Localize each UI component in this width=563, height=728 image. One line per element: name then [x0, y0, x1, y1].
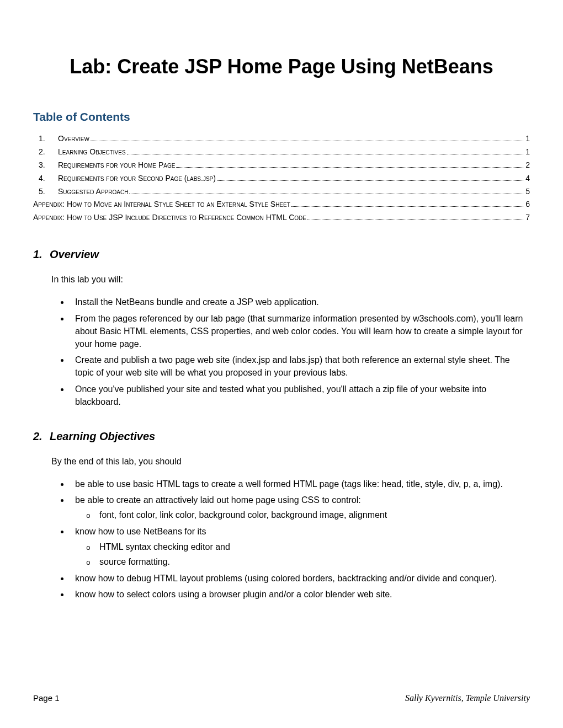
- toc-entry-page: 7: [524, 212, 530, 223]
- sub-list: HTML syntax checking editor andsource fo…: [75, 540, 530, 569]
- sub-list-item: HTML syntax checking editor and: [75, 540, 530, 554]
- toc-leader-dots: [217, 180, 523, 181]
- toc-leader-dots: [127, 154, 524, 154]
- toc-leader-dots: [129, 194, 523, 194]
- page-footer: Page 1 Sally Kyvernitis, Temple Universi…: [33, 693, 530, 703]
- list-item: Create and publish a two page web site (…: [70, 354, 530, 379]
- list-item: know how to use NetBeans for itsHTML syn…: [70, 525, 530, 569]
- toc-entry-label: Requirements for your Home Page: [58, 160, 175, 170]
- section-heading: 1.Overview: [33, 248, 530, 261]
- toc-leader-dots: [291, 206, 523, 207]
- table-of-contents: 1.Overview12.Learning Objectives13.Requi…: [33, 133, 530, 223]
- list-item: Install the NetBeans bundle and create a…: [70, 296, 530, 308]
- list-item: know how to select colors using a browse…: [70, 588, 530, 601]
- list-item: know how to debug HTML layout problems (…: [70, 572, 530, 585]
- toc-entry-page: 6: [524, 199, 530, 210]
- toc-entry-page: 4: [524, 173, 530, 184]
- bullet-list: be able to use basic HTML tags to create…: [70, 478, 530, 601]
- sub-list-item: font, font color, link color, background…: [75, 508, 530, 522]
- toc-entry-label: Appendix: How to Move an Internal Style …: [33, 199, 290, 210]
- toc-entry-label: Learning Objectives: [58, 147, 126, 157]
- sub-list: font, font color, link color, background…: [75, 508, 530, 522]
- toc-entry[interactable]: Appendix: How to Move an Internal Style …: [33, 199, 530, 210]
- toc-leader-dots: [176, 167, 523, 168]
- toc-entry[interactable]: 1.Overview1: [33, 133, 530, 144]
- toc-entry[interactable]: 5.Suggested Approach5: [33, 186, 530, 197]
- list-item: be able to create an attractively laid o…: [70, 494, 530, 522]
- toc-entry-label: Overview: [58, 133, 89, 144]
- document-title: Lab: Create JSP Home Page Using NetBeans: [33, 55, 530, 78]
- section-heading: 2.Learning Objectives: [33, 430, 530, 443]
- toc-entry[interactable]: 2.Learning Objectives1: [33, 147, 530, 157]
- toc-entry-page: 1: [524, 133, 530, 144]
- toc-entry[interactable]: 4.Requirements for your Second Page (lab…: [33, 173, 530, 184]
- toc-entry[interactable]: 3.Requirements for your Home Page2: [33, 160, 530, 170]
- section-intro: By the end of this lab, you should: [51, 455, 530, 468]
- toc-entry-number: 4.: [33, 173, 58, 184]
- footer-author: Sally Kyvernitis, Temple University: [405, 693, 530, 703]
- list-item: be able to use basic HTML tags to create…: [70, 478, 530, 490]
- toc-heading: Table of Contents: [33, 110, 530, 124]
- list-item: From the pages referenced by our lab pag…: [70, 312, 530, 351]
- toc-entry[interactable]: Appendix: How to Use JSP Include Directi…: [33, 212, 530, 223]
- toc-entry-label: Appendix: How to Use JSP Include Directi…: [33, 212, 306, 223]
- bullet-list: Install the NetBeans bundle and create a…: [70, 296, 530, 408]
- list-item: Once you've published your site and test…: [70, 383, 530, 408]
- toc-entry-number: 2.: [33, 147, 58, 157]
- toc-leader-dots: [307, 220, 523, 220]
- toc-entry-label: Requirements for your Second Page (labs.…: [58, 173, 216, 184]
- toc-entry-label: Suggested Approach: [58, 186, 128, 197]
- toc-entry-number: 3.: [33, 160, 58, 170]
- sub-list-item: source formatting.: [75, 555, 530, 569]
- toc-entry-page: 1: [524, 147, 530, 157]
- toc-entry-page: 5: [524, 186, 530, 197]
- toc-entry-number: 1.: [33, 133, 58, 144]
- toc-entry-number: 5.: [33, 186, 58, 197]
- toc-entry-page: 2: [524, 160, 530, 170]
- section-intro: In this lab you will:: [51, 273, 530, 286]
- toc-leader-dots: [91, 141, 523, 141]
- footer-page-number: Page 1: [33, 693, 60, 703]
